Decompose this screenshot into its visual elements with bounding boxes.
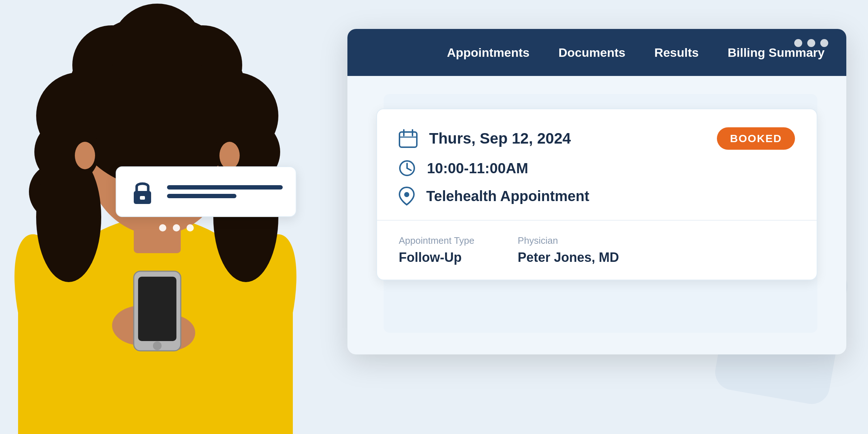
date-row: Thurs, Sep 12, 2024 BOOKED	[399, 127, 795, 150]
lock-icon-container	[129, 179, 155, 205]
location-row: Telehealth Appointment	[399, 187, 795, 205]
svg-rect-30	[399, 132, 417, 147]
calendar-icon	[399, 129, 418, 148]
appointment-location: Telehealth Appointment	[426, 188, 589, 204]
svg-point-29	[153, 341, 162, 350]
card-top-section: Thurs, Sep 12, 2024 BOOKED 10:00-11:00AM	[377, 109, 817, 221]
login-line-2	[167, 194, 236, 198]
appointment-time: 10:00-11:00AM	[427, 160, 528, 176]
window-dot-1	[794, 39, 802, 47]
nav-item-results[interactable]: Results	[654, 46, 699, 60]
nav-item-appointments[interactable]: Appointments	[447, 46, 530, 60]
appointment-card: Thurs, Sep 12, 2024 BOOKED 10:00-11:00AM	[376, 109, 817, 280]
location-pin-icon	[399, 187, 415, 205]
svg-line-36	[407, 168, 411, 170]
clock-icon	[399, 160, 415, 176]
lock-icon	[129, 179, 155, 205]
app-window: Appointments Documents Results Billing S…	[347, 29, 846, 354]
svg-rect-28	[138, 277, 176, 341]
svg-point-21	[36, 152, 101, 282]
nav-item-documents[interactable]: Documents	[559, 46, 625, 60]
login-lines	[167, 185, 283, 198]
svg-point-23	[75, 142, 95, 169]
svg-point-24	[219, 142, 240, 169]
window-dot-2	[807, 39, 815, 47]
card-dot-3	[187, 224, 194, 231]
time-row: 10:00-11:00AM	[399, 160, 795, 176]
booked-badge: BOOKED	[717, 127, 795, 150]
svg-point-16	[110, 4, 204, 98]
nav-bar: Appointments Documents Results Billing S…	[347, 29, 846, 76]
physician-group: Physician Peter Jones, MD	[518, 235, 619, 265]
svg-point-37	[404, 192, 409, 197]
appointment-date: Thurs, Sep 12, 2024	[429, 130, 571, 147]
physician-value: Peter Jones, MD	[518, 250, 619, 265]
window-dot-3	[820, 39, 828, 47]
appointment-type-group: Appointment Type Follow-Up	[399, 235, 474, 265]
nav-item-billing[interactable]: Billing Summary	[728, 46, 825, 60]
card-bottom-section: Appointment Type Follow-Up Physician Pet…	[377, 221, 817, 280]
login-card-dots	[159, 224, 194, 231]
card-dot-2	[173, 224, 180, 231]
physician-label: Physician	[518, 235, 619, 246]
window-dots	[794, 39, 828, 47]
login-card	[116, 166, 296, 217]
svg-rect-39	[140, 196, 145, 200]
card-dot-1	[159, 224, 166, 231]
appointment-type-label: Appointment Type	[399, 235, 474, 246]
person-image	[0, 0, 325, 434]
appointment-type-value: Follow-Up	[399, 250, 474, 265]
login-line-1	[167, 185, 283, 190]
